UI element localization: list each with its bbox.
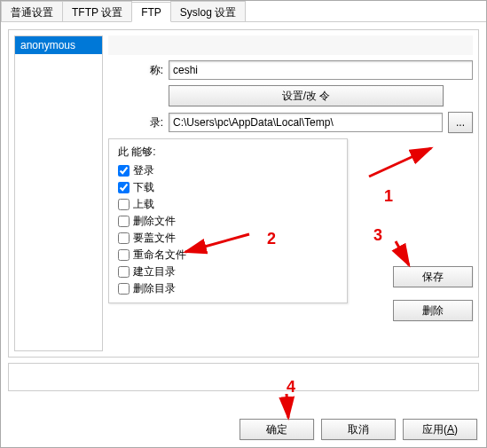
perm-deletefile-checkbox[interactable] [118, 216, 130, 227]
save-button[interactable]: 保存 [393, 266, 473, 287]
dir-input[interactable] [169, 113, 443, 132]
dir-label: 录: [108, 115, 163, 130]
perm-upload-checkbox[interactable] [118, 199, 130, 210]
perm-rename-label: 重命名文件 [133, 248, 186, 263]
status-bar [8, 363, 479, 391]
perm-download-checkbox[interactable] [118, 182, 130, 193]
perm-rmdir-checkbox[interactable] [118, 283, 130, 295]
tab-ftp[interactable]: FTP [131, 2, 171, 22]
perm-download-label: 下载 [133, 180, 154, 195]
tab-general[interactable]: 普通设置 [1, 1, 63, 21]
tab-content: anonymous 称: 设置/改 令 录: ... 此 [1, 22, 486, 404]
user-editor: 称: 设置/改 令 录: ... 此 能够: 登录 下载 上载 [108, 35, 473, 351]
perm-overwrite-checkbox[interactable] [118, 232, 130, 244]
side-buttons: 保存 删除 [393, 266, 473, 321]
tab-syslog[interactable]: Syslog 设置 [170, 1, 246, 21]
name-label: 称: [108, 63, 163, 78]
perm-login-label: 登录 [133, 163, 154, 178]
perm-overwrite-label: 要盖文件 [133, 231, 176, 246]
perm-upload-label: 上载 [133, 197, 154, 212]
perm-rmdir-label: 删除目录 [133, 281, 176, 296]
apply-button[interactable]: 应用(A) [403, 419, 477, 440]
perm-rename-checkbox[interactable] [118, 249, 130, 261]
perm-login-checkbox[interactable] [118, 165, 130, 177]
ftp-panel: anonymous 称: 设置/改 令 录: ... 此 [8, 29, 479, 358]
browse-button[interactable]: ... [448, 112, 473, 133]
delete-button[interactable]: 删除 [393, 300, 473, 321]
set-password-button[interactable]: 设置/改 令 [169, 85, 444, 106]
perm-mkdir-checkbox[interactable] [118, 266, 130, 278]
name-input[interactable] [169, 60, 473, 80]
user-list[interactable]: anonymous [14, 35, 103, 351]
tab-tftp[interactable]: TFTP 设置 [62, 1, 132, 21]
permissions-title: 此 能够: [118, 145, 338, 160]
editor-toolbar [108, 35, 473, 55]
dialog-window: 普通设置 TFTP 设置 FTP Syslog 设置 anonymous 称: … [0, 0, 487, 448]
user-list-item[interactable]: anonymous [15, 36, 102, 54]
perm-mkdir-label: 建立目录 [133, 264, 176, 279]
ok-button[interactable]: 确定 [240, 419, 314, 440]
permissions-group: 此 能够: 登录 下载 上载 删除文件 要盖文件 重命名文件 建立目录 删除目录 [108, 138, 348, 303]
cancel-button[interactable]: 取消 [321, 419, 396, 440]
perm-deletefile-label: 删除文件 [133, 214, 176, 229]
dialog-buttons: 确定 取消 应用(A) [240, 419, 477, 440]
tab-strip: 普通设置 TFTP 设置 FTP Syslog 设置 [1, 1, 486, 22]
